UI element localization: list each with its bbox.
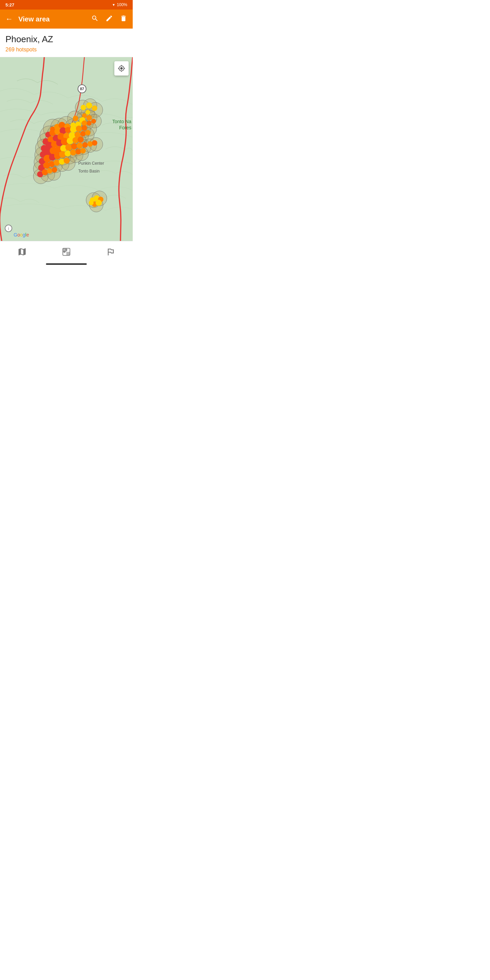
svg-point-111 xyxy=(71,143,77,150)
status-bar: 5:27 ▾ 100% xyxy=(0,0,133,10)
svg-point-71 xyxy=(91,119,96,124)
svg-point-140 xyxy=(89,200,94,205)
svg-point-123 xyxy=(76,149,81,154)
map-tab-icon xyxy=(18,247,27,256)
svg-point-96 xyxy=(85,130,91,135)
svg-point-64 xyxy=(86,102,92,108)
terrain-view-tab[interactable] xyxy=(99,246,122,258)
delete-button[interactable] xyxy=(120,14,127,24)
svg-point-139 xyxy=(95,200,102,206)
svg-point-121 xyxy=(65,150,71,156)
svg-point-113 xyxy=(82,142,88,148)
map-container[interactable]: 87 Tonto Na Fores Punkin Center Tonto Ba… xyxy=(0,57,133,241)
svg-point-133 xyxy=(47,168,52,173)
app-bar-actions xyxy=(91,14,127,24)
place-name: Phoenix, AZ xyxy=(5,34,127,45)
svg-point-70 xyxy=(86,115,92,121)
info-panel: Phoenix, AZ 269 hotspots xyxy=(0,29,133,57)
svg-point-130 xyxy=(64,158,70,164)
location-button[interactable] xyxy=(115,61,129,76)
svg-point-79 xyxy=(87,121,92,126)
tonto-forest-label: Tonto Na Fores xyxy=(112,118,131,130)
map-svg xyxy=(0,57,133,241)
terrain-tab-icon xyxy=(106,247,115,256)
status-icons: ▾ 100% xyxy=(113,2,127,7)
svg-point-63 xyxy=(81,105,86,110)
svg-point-87 xyxy=(82,125,87,130)
map-view-tab[interactable] xyxy=(11,246,34,258)
svg-point-68 xyxy=(73,116,78,121)
svg-point-128 xyxy=(54,159,60,166)
home-indicator xyxy=(0,261,133,268)
app-bar: ← View area xyxy=(0,10,133,29)
svg-point-132 xyxy=(42,169,48,175)
google-logo: Google xyxy=(14,232,29,237)
svg-point-115 xyxy=(92,140,97,146)
search-button[interactable] xyxy=(91,14,99,24)
svg-point-134 xyxy=(52,167,57,172)
svg-point-110 xyxy=(65,144,72,151)
svg-rect-143 xyxy=(66,252,70,256)
svg-point-86 xyxy=(76,126,82,132)
svg-point-104 xyxy=(78,137,84,143)
home-bar xyxy=(46,263,87,265)
svg-point-112 xyxy=(76,143,83,149)
svg-point-65 xyxy=(92,105,97,111)
app-bar-title: View area xyxy=(18,15,91,23)
svg-point-85 xyxy=(70,126,77,133)
svg-point-122 xyxy=(70,150,76,156)
svg-point-124 xyxy=(80,148,86,153)
status-time: 5:27 xyxy=(5,2,14,8)
svg-point-66 xyxy=(86,110,90,115)
svg-point-102 xyxy=(67,137,73,144)
location-icon-svg xyxy=(118,65,125,72)
edit-button[interactable] xyxy=(105,14,113,24)
svg-point-95 xyxy=(80,131,86,137)
wifi-icon: ▾ xyxy=(113,2,115,7)
battery-icon: 100% xyxy=(117,2,127,7)
hotspot-count: 269 hotspots xyxy=(5,47,127,53)
satellite-tab-icon xyxy=(62,247,71,256)
satellite-view-tab[interactable] xyxy=(55,246,78,258)
bottom-nav xyxy=(0,241,133,261)
map-info-button[interactable]: i xyxy=(5,224,12,232)
back-button[interactable]: ← xyxy=(5,14,13,24)
road-87-label: 87 xyxy=(80,87,84,91)
svg-point-78 xyxy=(82,121,87,126)
road-87-marker: 87 xyxy=(78,84,86,93)
